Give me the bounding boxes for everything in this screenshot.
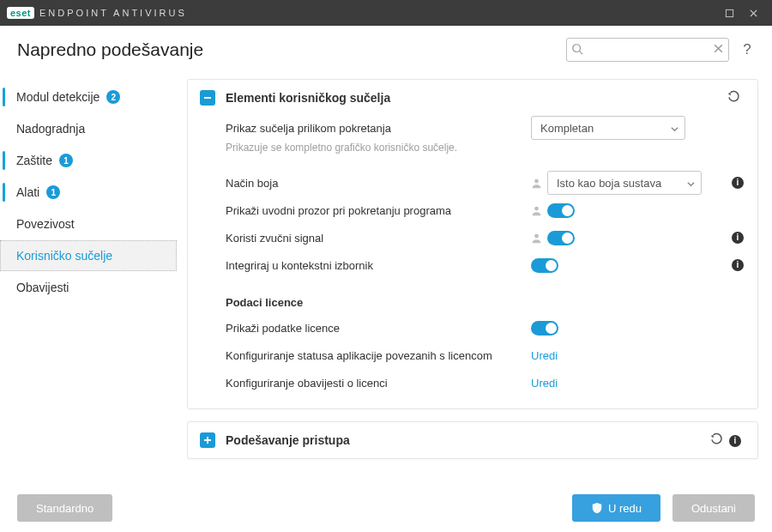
cancel-button[interactable]: Odustani	[672, 494, 755, 522]
license-notif-edit-link[interactable]: Uredi	[531, 377, 558, 390]
svg-point-5	[534, 233, 539, 238]
app-logo: eset ENDPOINT ANTIVIRUS	[7, 7, 187, 19]
sound-label: Koristi zvučni signal	[226, 232, 531, 245]
content: Elementi korisničkog sučelja Prikaz suče…	[180, 74, 772, 484]
sidebar-item-label: Povezivost	[16, 217, 75, 231]
minus-icon	[202, 93, 213, 103]
sidebar-badge: 1	[46, 185, 60, 199]
sidebar-item-label: Alati	[16, 185, 39, 199]
search-input[interactable]	[566, 38, 729, 62]
panel-ui-elements: Elementi korisničkog sučelja Prikaz suče…	[187, 79, 758, 409]
panel-access-setup: Podešavanje pristupa i	[187, 421, 758, 459]
search-clear-button[interactable]	[713, 43, 724, 57]
license-show-toggle[interactable]	[531, 321, 558, 336]
startup-display-description: Prikazuje se kompletno grafičko korisnič…	[226, 142, 744, 169]
sidebar-item-connectivity[interactable]: Povezivost	[0, 209, 177, 239]
user-override-icon	[531, 178, 542, 189]
select-value: Isto kao boja sustava	[557, 177, 661, 190]
license-status-label: Konfiguriranje statusa aplikacije poveza…	[226, 349, 531, 362]
sidebar-item-notifications[interactable]: Obavijesti	[0, 272, 177, 303]
sidebar-item-detection[interactable]: Modul detekcije 2	[0, 82, 177, 112]
license-status-edit-link[interactable]: Uredi	[531, 349, 558, 362]
info-icon[interactable]: i	[729, 435, 741, 447]
license-notif-label: Konfiguriranje obavijesti o licenci	[226, 377, 531, 390]
shield-icon	[591, 502, 603, 514]
svg-point-4	[534, 206, 539, 210]
startup-display-label: Prikaz sučelja prilikom pokretanja	[226, 122, 531, 135]
panel-title: Podešavanje pristupa	[226, 433, 706, 447]
button-label: Odustani	[691, 502, 736, 515]
panel-collapse-button[interactable]	[200, 90, 215, 106]
chevron-down-icon	[686, 178, 696, 191]
info-icon[interactable]: i	[732, 232, 744, 244]
sound-toggle[interactable]	[547, 231, 575, 245]
close-icon	[749, 9, 758, 18]
clear-icon	[713, 43, 724, 54]
maximize-icon	[725, 9, 734, 18]
revert-button[interactable]	[723, 90, 744, 106]
panel-expand-button[interactable]	[200, 432, 215, 448]
user-override-icon	[531, 205, 542, 216]
sidebar-item-label: Korisničko sučelje	[16, 249, 112, 263]
user-override-icon	[531, 233, 542, 244]
splash-toggle[interactable]	[547, 203, 575, 218]
chevron-down-icon	[670, 124, 679, 136]
window-close-button[interactable]	[741, 1, 765, 25]
svg-point-3	[534, 178, 539, 183]
sidebar-item-label: Nadogradnja	[16, 122, 85, 136]
svg-point-1	[573, 44, 581, 51]
search-box	[566, 38, 729, 62]
search-icon	[571, 43, 583, 57]
product-name: ENDPOINT ANTIVIRUS	[39, 8, 187, 18]
sidebar-item-label: Modul detekcije	[16, 90, 100, 104]
footer: Standardno U redu Odustani	[0, 484, 772, 532]
undo-icon	[710, 432, 723, 445]
color-mode-select[interactable]: Isto kao boja sustava	[547, 171, 702, 195]
sidebar-item-label: Obavijesti	[16, 281, 69, 294]
button-label: Standardno	[36, 502, 93, 515]
info-icon[interactable]: i	[732, 259, 744, 271]
panel-title: Elementi korisničkog sučelja	[226, 91, 723, 105]
sidebar-item-label: Zaštite	[16, 154, 52, 167]
sidebar: Modul detekcije 2 Nadogradnja Zaštite 1 …	[0, 74, 180, 484]
startup-display-select[interactable]: Kompletan	[531, 116, 685, 140]
page-title: Napredno podešavanje	[17, 39, 223, 60]
sidebar-item-protections[interactable]: Zaštite 1	[0, 145, 177, 176]
ok-button[interactable]: U redu	[572, 494, 660, 522]
sidebar-item-tools[interactable]: Alati 1	[0, 177, 177, 208]
sidebar-item-update[interactable]: Nadogradnja	[0, 113, 177, 144]
revert-button[interactable]	[706, 432, 727, 448]
info-icon[interactable]: i	[732, 177, 744, 189]
titlebar: eset ENDPOINT ANTIVIRUS	[0, 0, 772, 26]
help-button[interactable]: ?	[739, 41, 755, 58]
window-maximize-button[interactable]	[717, 1, 741, 25]
sidebar-badge: 1	[59, 154, 73, 167]
undo-icon	[727, 90, 740, 103]
context-menu-toggle[interactable]	[531, 258, 558, 273]
brand-badge: eset	[7, 7, 34, 19]
defaults-button[interactable]: Standardno	[17, 494, 112, 522]
svg-rect-7	[204, 439, 211, 441]
license-heading: Podaci licence	[226, 279, 744, 314]
color-mode-label: Način boja	[226, 177, 531, 190]
svg-rect-2	[204, 97, 211, 99]
select-value: Kompletan	[540, 122, 594, 135]
context-menu-label: Integriraj u kontekstni izbornik	[226, 259, 531, 272]
svg-rect-0	[726, 9, 733, 16]
license-show-label: Prikaži podatke licence	[226, 322, 531, 335]
splash-label: Prikaži uvodni prozor pri pokretanju pro…	[226, 204, 531, 217]
plus-icon	[202, 435, 213, 445]
sidebar-badge: 2	[106, 90, 120, 104]
topbar: Napredno podešavanje ?	[0, 26, 772, 74]
button-label: U redu	[608, 502, 642, 515]
sidebar-item-ui[interactable]: Korisničko sučelje	[0, 240, 177, 271]
